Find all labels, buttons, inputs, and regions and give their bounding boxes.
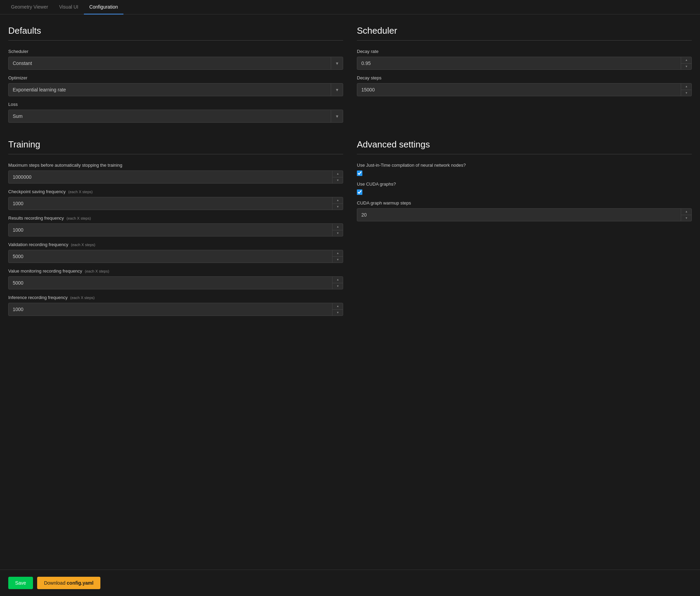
scheduler-title: Scheduler bbox=[357, 25, 692, 36]
results-freq-wrapper: ▲ ▼ bbox=[8, 223, 343, 236]
scheduler-divider bbox=[357, 40, 692, 41]
value-monitoring-wrapper: ▲ ▼ bbox=[8, 276, 343, 289]
scheduler-field-label: Scheduler bbox=[8, 49, 343, 54]
inference-freq-down[interactable]: ▼ bbox=[332, 310, 343, 316]
training-section: Training Maximum steps before automatica… bbox=[8, 139, 343, 316]
decay-steps-spinner[interactable]: ▲ ▼ bbox=[681, 83, 692, 96]
decay-rate-label: Decay rate bbox=[357, 49, 692, 54]
checkpoint-freq-down[interactable]: ▼ bbox=[332, 204, 343, 210]
scheduler-select[interactable]: Constant Exponential Cosine bbox=[8, 57, 343, 70]
training-advanced-row: Training Maximum steps before automatica… bbox=[8, 139, 692, 316]
tab-visual-ui[interactable]: Visual UI bbox=[54, 0, 84, 14]
defaults-title: Defaults bbox=[8, 25, 343, 36]
checkpoint-freq-spinner[interactable]: ▲ ▼ bbox=[332, 197, 343, 210]
checkpoint-freq-label: Checkpoint saving frequency (each X step… bbox=[8, 189, 343, 194]
top-nav: Geometry Viewer Visual UI Configuration bbox=[0, 0, 700, 14]
loss-select-wrapper: Sum Mean L1 L2 ▾ bbox=[8, 110, 343, 123]
decay-steps-label: Decay steps bbox=[357, 75, 692, 80]
advanced-section: Advanced settings Use Just-in-Time compi… bbox=[357, 139, 692, 316]
scheduler-select-wrapper: Constant Exponential Cosine ▾ bbox=[8, 57, 343, 70]
main-content: Defaults Scheduler Constant Exponential … bbox=[0, 14, 700, 354]
validation-freq-spinner[interactable]: ▲ ▼ bbox=[332, 250, 343, 263]
tab-geometry-viewer[interactable]: Geometry Viewer bbox=[6, 0, 54, 14]
checkpoint-freq-up[interactable]: ▲ bbox=[332, 197, 343, 203]
inference-freq-input[interactable] bbox=[8, 303, 343, 316]
advanced-divider bbox=[357, 154, 692, 154]
jit-label: Use Just-in-Time compilation of neural n… bbox=[357, 163, 692, 168]
results-freq-spinner[interactable]: ▲ ▼ bbox=[332, 223, 343, 236]
decay-rate-spinner-down[interactable]: ▼ bbox=[681, 64, 692, 70]
max-steps-spinner[interactable]: ▲ ▼ bbox=[332, 170, 343, 184]
training-title: Training bbox=[8, 139, 343, 150]
cuda-warmup-input[interactable] bbox=[357, 208, 692, 221]
inference-freq-up[interactable]: ▲ bbox=[332, 303, 343, 309]
download-filename: config.yaml bbox=[67, 580, 94, 586]
validation-freq-input[interactable] bbox=[8, 250, 343, 263]
scheduler-section: Scheduler Decay rate ▲ ▼ Decay steps ▲ bbox=[357, 25, 692, 123]
validation-freq-label: Validation recording frequency (each X s… bbox=[8, 242, 343, 247]
validation-freq-wrapper: ▲ ▼ bbox=[8, 250, 343, 263]
max-steps-label: Maximum steps before automatically stopp… bbox=[8, 163, 343, 168]
jit-checkbox[interactable] bbox=[357, 170, 362, 176]
value-monitoring-label: Value monitoring recording frequency (ea… bbox=[8, 268, 343, 274]
decay-steps-spinner-down[interactable]: ▼ bbox=[681, 90, 692, 97]
decay-steps-wrapper: ▲ ▼ bbox=[357, 83, 692, 96]
value-monitoring-input[interactable] bbox=[8, 276, 343, 289]
download-prefix: Download bbox=[44, 580, 67, 586]
decay-rate-input[interactable] bbox=[357, 57, 692, 70]
value-monitoring-spinner[interactable]: ▲ ▼ bbox=[332, 276, 343, 289]
loss-select[interactable]: Sum Mean L1 L2 bbox=[8, 110, 343, 123]
results-freq-down[interactable]: ▼ bbox=[332, 230, 343, 237]
results-freq-label: Results recording frequency (each X step… bbox=[8, 216, 343, 221]
results-freq-up[interactable]: ▲ bbox=[332, 223, 343, 230]
optimizer-field-label: Optimizer bbox=[8, 75, 343, 80]
value-monitoring-up[interactable]: ▲ bbox=[332, 276, 343, 283]
defaults-scheduler-row: Defaults Scheduler Constant Exponential … bbox=[8, 25, 692, 123]
max-steps-down[interactable]: ▼ bbox=[332, 177, 343, 184]
decay-steps-spinner-up[interactable]: ▲ bbox=[681, 83, 692, 90]
decay-rate-spinner-up[interactable]: ▲ bbox=[681, 57, 692, 63]
footer-bar: Save Download config.yaml bbox=[0, 570, 700, 596]
optimizer-select-wrapper: Exponential learning rate Adam SGD ▾ bbox=[8, 83, 343, 96]
jit-checkbox-wrapper bbox=[357, 170, 692, 176]
max-steps-wrapper: ▲ ▼ bbox=[8, 170, 343, 184]
value-monitoring-down[interactable]: ▼ bbox=[332, 283, 343, 290]
optimizer-select[interactable]: Exponential learning rate Adam SGD bbox=[8, 83, 343, 96]
download-button[interactable]: Download config.yaml bbox=[37, 577, 100, 589]
max-steps-input[interactable] bbox=[8, 170, 343, 184]
tab-configuration[interactable]: Configuration bbox=[84, 0, 123, 14]
cuda-graphs-checkbox-wrapper bbox=[357, 189, 692, 195]
cuda-warmup-spinner[interactable]: ▲ ▼ bbox=[681, 208, 692, 221]
cuda-graphs-checkbox[interactable] bbox=[357, 189, 362, 195]
save-button[interactable]: Save bbox=[8, 577, 33, 589]
decay-steps-input[interactable] bbox=[357, 83, 692, 96]
decay-rate-wrapper: ▲ ▼ bbox=[357, 57, 692, 70]
defaults-section: Defaults Scheduler Constant Exponential … bbox=[8, 25, 343, 123]
inference-freq-label: Inference recording frequency (each X st… bbox=[8, 295, 343, 300]
cuda-warmup-wrapper: ▲ ▼ bbox=[357, 208, 692, 221]
results-freq-input[interactable] bbox=[8, 223, 343, 236]
training-divider bbox=[8, 154, 343, 154]
cuda-graphs-label: Use CUDA graphs? bbox=[357, 181, 692, 187]
checkpoint-freq-input[interactable] bbox=[8, 197, 343, 210]
inference-freq-spinner[interactable]: ▲ ▼ bbox=[332, 303, 343, 316]
max-steps-up[interactable]: ▲ bbox=[332, 170, 343, 177]
checkpoint-freq-wrapper: ▲ ▼ bbox=[8, 197, 343, 210]
decay-rate-spinner[interactable]: ▲ ▼ bbox=[681, 57, 692, 70]
cuda-warmup-up[interactable]: ▲ bbox=[681, 208, 692, 215]
cuda-warmup-down[interactable]: ▼ bbox=[681, 215, 692, 222]
advanced-title: Advanced settings bbox=[357, 139, 692, 150]
inference-freq-wrapper: ▲ ▼ bbox=[8, 303, 343, 316]
loss-field-label: Loss bbox=[8, 102, 343, 107]
cuda-warmup-label: CUDA graph warmup steps bbox=[357, 200, 692, 206]
defaults-divider bbox=[8, 40, 343, 41]
validation-freq-up[interactable]: ▲ bbox=[332, 250, 343, 256]
validation-freq-down[interactable]: ▼ bbox=[332, 257, 343, 263]
